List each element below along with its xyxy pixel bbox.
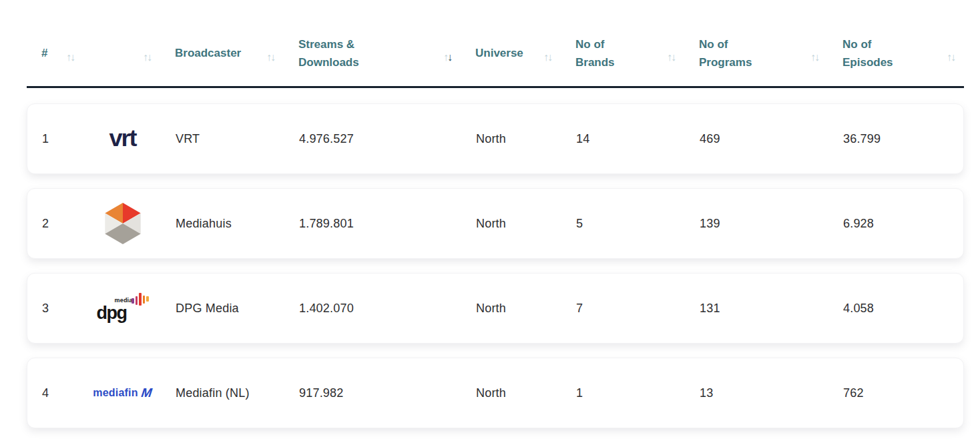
column-header-broadcaster[interactable]: Broadcaster ↑↓ [160, 35, 284, 73]
vrt-logo: vrt [109, 125, 136, 152]
programs-cell: 469 [685, 132, 828, 146]
streams-cell: 1.789.801 [284, 217, 461, 231]
streams-cell: 1.402.070 [284, 302, 461, 316]
broadcaster-cell: Mediafin (NL) [161, 386, 284, 400]
rank-cell: 3 [27, 302, 84, 316]
brands-cell: 5 [561, 217, 685, 231]
programs-cell: 139 [685, 217, 828, 231]
episodes-cell: 762 [828, 386, 963, 400]
column-header-rank[interactable]: # ↑↓ [27, 35, 83, 73]
episodes-cell: 4.058 [828, 302, 963, 316]
table-body: 1 vrt VRT 4.976.527 North 14 469 36.799 … [27, 88, 964, 428]
broadcaster-cell: DPG Media [161, 302, 284, 316]
sort-icon-active-desc[interactable]: ↑↓ [443, 52, 453, 63]
broadcaster-cell: Mediahuis [161, 217, 284, 231]
table-header-row: # ↑↓ ↑↓ Broadcaster ↑↓ Streams & Downloa… [27, 31, 964, 88]
sort-icon[interactable]: ↑↓ [543, 52, 553, 63]
broadcaster-logo-cell [84, 201, 161, 246]
sort-icon[interactable]: ↑↓ [667, 52, 676, 63]
mediafin-m-mark-icon: M [139, 386, 154, 400]
table-row[interactable]: 2 Mediahuis 1.789.801 North 5 139 6.928 [27, 188, 964, 259]
sort-icon[interactable]: ↑↓ [947, 52, 956, 63]
broadcaster-cell: VRT [161, 132, 284, 146]
programs-cell: 131 [685, 302, 828, 316]
dpg-wordmark: dpg [97, 303, 127, 324]
rank-cell: 2 [27, 217, 84, 231]
column-header-universe[interactable]: Universe ↑↓ [461, 35, 561, 73]
universe-cell: North [461, 386, 561, 400]
sort-icon[interactable]: ↑↓ [266, 52, 276, 63]
rank-cell: 1 [27, 132, 84, 146]
rank-cell: 4 [27, 386, 84, 400]
column-label-rank: # [41, 45, 47, 62]
column-header-no-of-programs[interactable]: No of Programs ↑↓ [684, 35, 828, 73]
broadcaster-logo-cell: media dpg [84, 293, 161, 324]
column-header-streams-downloads[interactable]: Streams & Downloads ↑↓ [284, 35, 461, 73]
sort-icon[interactable]: ↑↓ [143, 52, 152, 63]
column-label-streams-downloads: Streams & Downloads [298, 36, 359, 71]
universe-cell: North [461, 302, 561, 316]
column-label-no-of-brands: No of Brands [575, 36, 615, 71]
universe-cell: North [461, 217, 561, 231]
column-label-broadcaster: Broadcaster [175, 45, 241, 62]
sort-icon[interactable]: ↑↓ [66, 52, 75, 63]
column-header-no-of-episodes[interactable]: No of Episodes ↑↓ [828, 35, 964, 73]
brands-cell: 7 [561, 302, 685, 316]
brands-cell: 14 [561, 132, 685, 146]
column-label-no-of-programs: No of Programs [699, 36, 752, 71]
table-row[interactable]: 1 vrt VRT 4.976.527 North 14 469 36.799 [27, 103, 964, 174]
streams-cell: 4.976.527 [284, 132, 461, 146]
table-row[interactable]: 3 media dpg DPG Media 1.402.070 North [27, 273, 964, 344]
dpg-media-logo: media dpg [97, 293, 149, 324]
episodes-cell: 36.799 [828, 132, 963, 146]
column-label-universe: Universe [475, 45, 523, 62]
programs-cell: 13 [685, 386, 828, 400]
episodes-cell: 6.928 [828, 217, 963, 231]
universe-cell: North [461, 132, 561, 146]
column-header-no-of-brands[interactable]: No of Brands ↑↓ [561, 35, 684, 73]
broadcaster-logo-cell: mediafin M [84, 386, 161, 400]
column-label-no-of-episodes: No of Episodes [842, 36, 893, 71]
column-header-logo[interactable]: ↑↓ [83, 35, 160, 73]
mediahuis-logo [102, 201, 144, 246]
broadcaster-logo-cell: vrt [84, 125, 161, 153]
table-row[interactable]: 4 mediafin M Mediafin (NL) 917.982 North… [27, 358, 964, 428]
mediafin-logo: mediafin M [93, 386, 152, 400]
mediafin-wordmark: mediafin [93, 387, 138, 399]
sort-icon[interactable]: ↑↓ [810, 52, 820, 63]
broadcaster-table: # ↑↓ ↑↓ Broadcaster ↑↓ Streams & Downloa… [27, 0, 964, 428]
dpg-equalizer-bars-icon [132, 293, 149, 308]
streams-cell: 917.982 [284, 386, 461, 400]
brands-cell: 1 [561, 386, 685, 400]
